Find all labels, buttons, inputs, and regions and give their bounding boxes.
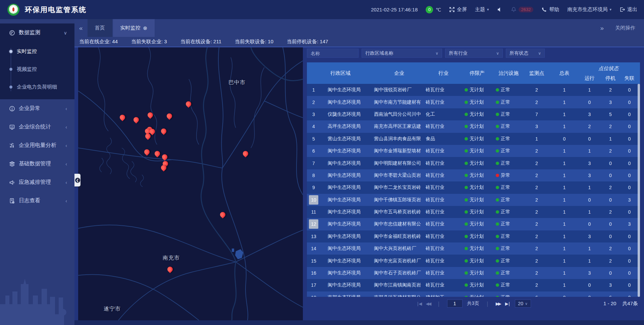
brand: 环保用电监管系统 <box>0 4 87 16</box>
sidebar-item-log-view[interactable]: 日志查看‹ <box>0 192 74 210</box>
table-row[interactable]: 1阆中生态环境局阆中强锐页岩砖厂砖瓦行业无计划正常21120 <box>307 84 640 96</box>
cell-run: 1 <box>577 181 602 194</box>
cell-lost: 0 <box>619 96 640 108</box>
column-header-meter: 总表 <box>552 62 577 84</box>
tab-realtime[interactable]: 实时监控⊗ <box>113 19 155 37</box>
sidebar-item-emergency-reduction[interactable]: 应急减排管理‹ <box>0 173 74 192</box>
cell-company: 阆中市枣碧大梁山页岩 <box>374 169 424 181</box>
sidebar-subitem-label: 实时监控 <box>17 48 37 55</box>
cell-index: 10 <box>307 194 320 206</box>
stat-stopped-devices: 当前停机设备: 147 <box>287 39 328 45</box>
status-dot-green <box>496 259 499 263</box>
sidebar-item-enterprise-statistics[interactable]: 企业综合统计‹ <box>0 118 74 136</box>
row-index: 8 <box>309 171 318 180</box>
sidebar-item-power-usage-analysis[interactable]: 企业用电量分析‹ <box>0 136 74 155</box>
sidebar-subitem-video-monitoring[interactable]: 视频监控 <box>0 60 74 78</box>
table-row[interactable]: 16阆中生态环境局阆中市石子页岩机砖厂砖瓦行业无计划正常21300 <box>307 267 640 279</box>
cell-index: 15 <box>307 255 320 267</box>
logout-button[interactable]: 退出 <box>620 6 637 13</box>
cell-run: 0 <box>577 194 602 206</box>
table-row[interactable]: 6阆中生态环境局阆中市金博瑞新型墙材砖瓦行业无计划正常21120 <box>307 145 640 157</box>
cell-points: 2 <box>522 255 552 267</box>
page-size-select[interactable]: 20 ∨ <box>515 300 531 308</box>
theme-menu[interactable]: 主题 ▾ <box>475 6 489 13</box>
help-button[interactable]: 帮助 <box>541 6 559 13</box>
name-filter-input[interactable] <box>307 49 359 58</box>
cell-points: 2 <box>522 194 552 206</box>
cell-company: 阆中市五马桥页岩机砖 <box>374 206 424 218</box>
cell-meter: 1 <box>552 255 577 267</box>
cell-index: 9 <box>307 181 320 194</box>
cell-company: 阆中市金福旺页岩机砖 <box>374 230 424 242</box>
tab-home[interactable]: 首页 <box>88 19 112 37</box>
table-row[interactable]: 12阆中生态环境局阆中市忠信建材有限公砖瓦行业无计划正常21003 <box>307 218 640 230</box>
cell-industry: 建材加工 <box>424 291 461 297</box>
table-row[interactable]: 18南部生态环境局南部县砖瓦建材有限公建材加工无计划正常60060 <box>307 291 640 297</box>
status-dot-green <box>465 283 468 287</box>
tabs-scroll-right-icon[interactable]: » <box>600 24 604 32</box>
cell-run: 1 <box>577 255 602 267</box>
sidebar-subitem-realtime-monitoring[interactable]: 实时监控 <box>0 43 74 60</box>
sidebar-subitem-power-load-detail[interactable]: 企业电力负荷明细 <box>0 78 74 96</box>
table-row[interactable]: 3仪陇生态环境局西南油气田分公司川中化工无计划正常71350 <box>307 108 640 120</box>
status-dot-green <box>465 162 468 165</box>
phone-icon <box>541 7 547 12</box>
chevron-down-icon: ∨ <box>435 51 438 56</box>
cell-points: 2 <box>522 242 552 255</box>
cell-lost: 0 <box>619 267 640 279</box>
table-row[interactable]: 15阆中生态环境局阆中市光富页岩机砖厂砖瓦行业无计划正常21120 <box>307 255 640 267</box>
cell-stop: 0 <box>602 230 619 242</box>
close-tab-icon[interactable]: ⊗ <box>143 25 148 31</box>
cell-facility-status: 正常 <box>490 194 522 206</box>
industry-filter-select[interactable]: 所有行业 ∨ <box>445 49 503 58</box>
table-row[interactable]: 7阆中生态环境局阆中明阳建材有限公司砖瓦行业无计划正常21300 <box>307 157 640 169</box>
map[interactable]: 巴中市南充市遂宁市 <box>78 47 303 320</box>
notifications[interactable]: 2632 <box>511 7 534 12</box>
region-filter-select[interactable]: 行政区域名称 ∨ <box>362 49 442 58</box>
cell-industry: 砖瓦行业 <box>424 194 461 206</box>
cell-industry: 砖瓦行业 <box>424 279 461 291</box>
sidebar-item-data-monitoring[interactable]: 数据监测∨ <box>0 23 74 42</box>
table-row[interactable]: 2阆中生态环境局阆中市南方节能建材有砖瓦行业无计划正常21030 <box>307 96 640 108</box>
table-scrollbar[interactable] <box>638 84 640 297</box>
fullscreen-button[interactable]: 全屏 <box>449 6 467 13</box>
cell-lost: 0 <box>619 120 640 132</box>
status-dot-green <box>496 101 499 104</box>
sound-toggle[interactable] <box>497 7 503 12</box>
chevron-left-icon: ‹ <box>65 124 67 130</box>
cell-lost: 0 <box>619 279 640 291</box>
first-page-icon[interactable]: ❘◀ <box>416 301 421 306</box>
row-index: 15 <box>309 256 318 266</box>
status-filter-select[interactable]: 所有状态 ∨ <box>506 49 545 58</box>
table-row[interactable]: 11阆中生态环境局阆中市五马桥页岩机砖砖瓦行业无计划正常21120 <box>307 206 640 218</box>
table-row[interactable]: 9阆中生态环境局阆中市二龙长宝页岩砖砖瓦行业无计划正常21120 <box>307 181 640 194</box>
cell-run: 1 <box>577 84 602 96</box>
next-page-icon[interactable]: ▶▶ <box>496 301 500 306</box>
table-row[interactable]: 10阆中生态环境局阆中千佛镇五郎垭页岩砖瓦行业无计划正常21003 <box>307 194 640 206</box>
table-row[interactable]: 8阆中生态环境局阆中市枣碧大梁山页岩砖瓦行业无计划异常21300 <box>307 169 640 181</box>
table-row[interactable]: 13阆中生态环境局阆中市金福旺页岩机砖砖瓦行业无计划正常21300 <box>307 230 640 242</box>
tab-label: 实时监控 <box>120 25 141 31</box>
cell-run: 1 <box>577 206 602 218</box>
speaker-icon <box>497 7 503 12</box>
sidebar-item-base-data-management[interactable]: 基础数据管理‹ <box>0 155 74 173</box>
table-row[interactable]: 17阆中生态环境局阆中市江南镇阆南页岩砖瓦行业无计划正常21030 <box>307 279 640 291</box>
page-number-input[interactable] <box>447 300 463 308</box>
close-operations-button[interactable]: 关闭操作 <box>615 25 635 31</box>
temperature-badge: 0 <box>426 6 433 13</box>
status-dot-green <box>465 101 468 104</box>
cell-region: 阆中生态环境局 <box>320 267 374 279</box>
org-menu[interactable]: 南充市生态环境局 ▾ <box>567 6 611 13</box>
cell-plan-status: 无计划 <box>461 255 490 267</box>
column-group-point-status: 点位状态 运行 停机 失联 <box>577 62 640 84</box>
sidebar-item-enterprise-abnormal[interactable]: 企业异常‹ <box>0 99 74 118</box>
cell-stop: 2 <box>602 206 619 218</box>
tabs-scroll-left-icon[interactable]: « <box>74 19 88 37</box>
prev-page-icon[interactable]: ◀◀ <box>426 301 430 306</box>
table-row[interactable]: 5营山生态环境局营山县润丰肉食品有限食品无计划正常10010 <box>307 133 640 145</box>
column-header-facility: 治污设施 <box>490 62 522 84</box>
table-row[interactable]: 14阆中生态环境局阆中大兴页岩机砖厂砖瓦行业无计划正常21120 <box>307 242 640 255</box>
table-row[interactable]: 4高坪生态环境局南充市高坪区王家店建砖瓦行业无计划正常31220 <box>307 120 640 132</box>
last-page-icon[interactable]: ▶❘ <box>505 301 510 306</box>
map-collapse-button[interactable]: ❮ <box>74 174 80 186</box>
